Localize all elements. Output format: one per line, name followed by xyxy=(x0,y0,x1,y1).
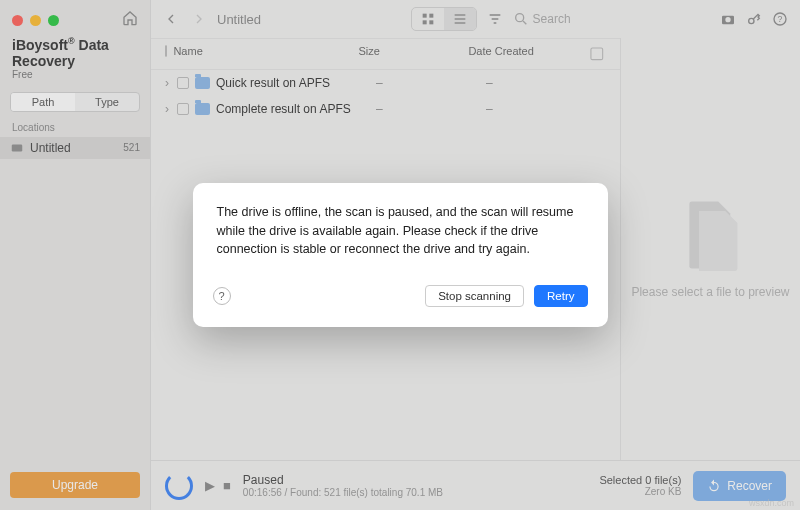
dialog-help-button[interactable]: ? xyxy=(213,287,231,305)
dialog-buttons: ? Stop scanning Retry xyxy=(213,285,588,307)
watermark: wsxdn.com xyxy=(749,498,794,508)
alert-dialog: The drive is offline, the scan is paused… xyxy=(193,183,608,327)
app-window: iBoysoft® Data Recovery Free Path Type L… xyxy=(0,0,800,510)
retry-button[interactable]: Retry xyxy=(534,285,587,307)
alert-message: The drive is offline, the scan is paused… xyxy=(213,203,588,285)
modal-overlay: The drive is offline, the scan is paused… xyxy=(0,0,800,510)
stop-scanning-button[interactable]: Stop scanning xyxy=(425,285,524,307)
